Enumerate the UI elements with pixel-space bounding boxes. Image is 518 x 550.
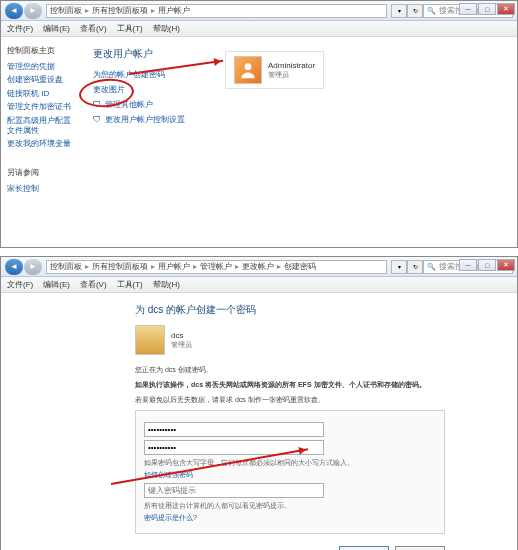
new-password-input[interactable] [144,422,324,437]
breadcrumb-item[interactable]: 创建密码 [284,261,316,272]
user-name: Administrator [268,61,315,70]
create-password-button[interactable]: 创建密码 [339,546,389,550]
breadcrumb-item[interactable]: 所有控制面板项 [92,261,148,272]
menu-file[interactable]: 文件(F) [7,279,33,290]
maximize-button[interactable]: □ [478,259,496,271]
address-bar[interactable]: 控制面板▸ 所有控制面板项▸ 用户帐户▸ 管理帐户▸ 更改帐户▸ 创建密码 [46,260,387,274]
user-info: Administrator 管理员 [268,61,315,80]
breadcrumb-item[interactable]: 用户帐户 [158,5,190,16]
window-controls: ─ □ ✕ [459,3,515,15]
window-create-password: ─ □ ✕ ◄ ► 控制面板▸ 所有控制面板项▸ 用户帐户▸ 管理帐户▸ 更改帐… [0,256,518,550]
minimize-button[interactable]: ─ [459,3,477,15]
warning-text: 您正在为 dcs 创建密码。 [135,365,445,375]
user-role: 管理员 [268,70,315,80]
close-button[interactable]: ✕ [497,259,515,271]
forward-button[interactable]: ► [24,3,42,19]
menu-edit[interactable]: 编辑(E) [43,23,70,34]
svg-point-0 [245,63,252,70]
avatar [234,56,262,84]
menu-tools[interactable]: 工具(T) [117,279,143,290]
sidebar-item[interactable]: 链接联机 ID [7,89,73,99]
breadcrumb-item[interactable]: 控制面板 [50,261,82,272]
refresh-button[interactable]: ↻ [407,4,423,18]
menu-tools[interactable]: 工具(T) [117,23,143,34]
menu-view[interactable]: 查看(V) [80,23,107,34]
menu-file[interactable]: 文件(F) [7,23,33,34]
window-user-accounts: ─ □ ✕ ◄ ► 控制面板▸ 所有控制面板项▸ 用户帐户 ▾ ↻ 🔍 搜索控制… [0,0,518,248]
hint-text: 如果密码包含大写字母，它们每次都必须以相同的大小写方式输入。 [144,458,436,468]
sidebar-item[interactable]: 更改我的环境变量 [7,139,73,149]
sidebar-heading: 控制面板主页 [7,45,73,56]
menu-help[interactable]: 帮助(H) [153,279,180,290]
address-dropdown[interactable]: ▾ [391,260,407,274]
breadcrumb-item[interactable]: 控制面板 [50,5,82,16]
warning-text-bold: 如果执行该操作，dcs 将丢失网站或网络资源的所有 EFS 加密文件、个人证书和… [135,380,445,390]
link-strong-password[interactable]: 如何创建强密码 [144,470,436,480]
menu-bar: 文件(F) 编辑(E) 查看(V) 工具(T) 帮助(H) [1,277,517,293]
sidebar-item[interactable]: 创建密码重设盘 [7,75,73,85]
address-bar[interactable]: 控制面板▸ 所有控制面板项▸ 用户帐户 [46,4,387,18]
target-user-card: dcs 管理员 [135,325,445,355]
user-info: dcs 管理员 [171,331,192,350]
confirm-password-input[interactable] [144,440,324,455]
avatar [135,325,165,355]
breadcrumb-item[interactable]: 所有控制面板项 [92,5,148,16]
menu-view[interactable]: 查看(V) [80,279,107,290]
page-title: 为 dcs 的帐户创建一个密码 [135,303,445,317]
link-uac-settings[interactable]: 🛡 更改用户帐户控制设置 [93,114,503,125]
main-panel: 为 dcs 的帐户创建一个密码 dcs 管理员 您正在为 dcs 创建密码。 如… [135,303,445,550]
shield-icon: 🛡 [93,115,101,124]
window-body: 为 dcs 的帐户创建一个密码 dcs 管理员 您正在为 dcs 创建密码。 如… [1,293,517,550]
menu-bar: 文件(F) 编辑(E) 查看(V) 工具(T) 帮助(H) [1,21,517,37]
hint-text: 所有使用这台计算机的人都可以看见密码提示。 [144,501,436,511]
window-controls: ─ □ ✕ [459,259,515,271]
titlebar: ◄ ► 控制面板▸ 所有控制面板项▸ 用户帐户▸ 管理帐户▸ 更改帐户▸ 创建密… [1,257,517,277]
sidebar-item[interactable]: 家长控制 [7,184,73,194]
refresh-button[interactable]: ↻ [407,260,423,274]
sidebar-item[interactable]: 配置高级用户配置文件属性 [7,116,73,137]
sidebar-see-also: 另请参阅 [7,168,73,178]
address-dropdown[interactable]: ▾ [391,4,407,18]
sidebar: 控制面板主页 管理您的凭据 创建密码重设盘 链接联机 ID 管理文件加密证书 配… [1,37,79,247]
button-row: 创建密码 取消 [135,546,445,550]
password-hint-input[interactable] [144,483,324,498]
user-name: dcs [171,331,192,340]
maximize-button[interactable]: □ [478,3,496,15]
current-user-card[interactable]: Administrator 管理员 [225,51,324,89]
user-role: 管理员 [171,340,192,350]
breadcrumb-item[interactable]: 管理帐户 [200,261,232,272]
breadcrumb-item[interactable]: 用户帐户 [158,261,190,272]
cancel-button[interactable]: 取消 [395,546,445,550]
forward-button[interactable]: ► [24,259,42,275]
link-manage-accounts[interactable]: 🛡 管理其他帐户 [93,99,503,110]
warning-text: 若要避免以后丢失数据，请要求 dcs 制作一张密码重置软盘。 [135,395,445,405]
minimize-button[interactable]: ─ [459,259,477,271]
search-icon: 🔍 [427,263,436,271]
breadcrumb-item[interactable]: 更改帐户 [242,261,274,272]
back-button[interactable]: ◄ [5,3,23,19]
close-button[interactable]: ✕ [497,3,515,15]
sidebar-item[interactable]: 管理您的凭据 [7,62,73,72]
back-button[interactable]: ◄ [5,259,23,275]
search-icon: 🔍 [427,7,436,15]
link-what-is-hint[interactable]: 密码提示是什么? [144,513,436,523]
sidebar-item[interactable]: 管理文件加密证书 [7,102,73,112]
titlebar: ◄ ► 控制面板▸ 所有控制面板项▸ 用户帐户 ▾ ↻ 🔍 搜索控制面板 [1,1,517,21]
menu-edit[interactable]: 编辑(E) [43,279,70,290]
menu-help[interactable]: 帮助(H) [153,23,180,34]
